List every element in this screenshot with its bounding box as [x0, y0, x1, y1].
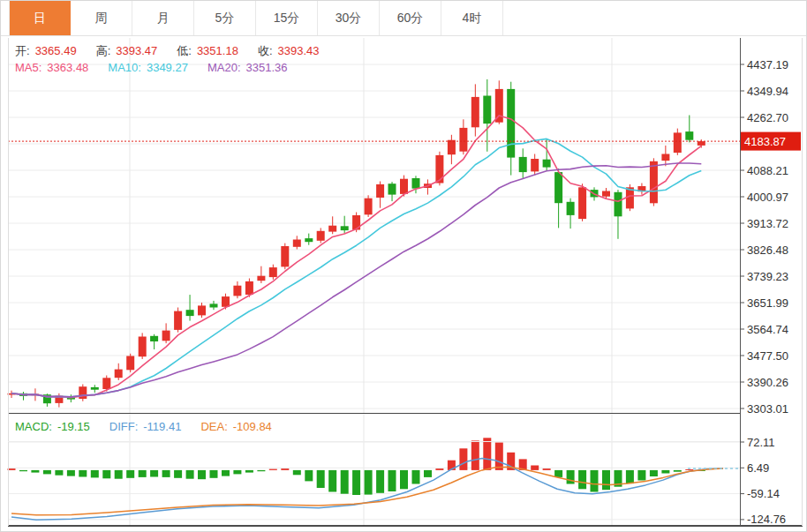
price-axis-label: 3564.74: [747, 323, 788, 336]
price-axis-label: 3651.99: [747, 296, 788, 310]
macd-axis-label: 72.11: [747, 436, 775, 449]
tab-5min[interactable]: 5分: [194, 1, 256, 35]
price-axis-label: 3477.50: [747, 349, 788, 363]
gridlines: [8, 38, 740, 526]
price-axis-label: 4000.97: [747, 191, 788, 204]
current-price-label: 4183.87: [744, 135, 786, 148]
tab-60min[interactable]: 60分: [380, 1, 441, 35]
tab-month[interactable]: 月: [132, 1, 194, 35]
candlesticks: [8, 79, 705, 408]
price-axis-label: 4262.70: [747, 111, 788, 124]
price-axis-label: 3739.23: [747, 270, 788, 283]
price-axis-label: 3826.48: [747, 244, 788, 257]
axes: 4437.194349.944262.704088.214000.973913.…: [8, 38, 803, 526]
tab-week[interactable]: 周: [71, 1, 132, 35]
tab-day[interactable]: 日: [9, 1, 71, 35]
price-axis-label: 3303.01: [747, 402, 788, 416]
macd-pane: [8, 438, 740, 520]
interval-tabs: 日周月5分15分30分60分4时: [1, 1, 806, 36]
price-axis-label: 3913.72: [747, 217, 788, 230]
macd-axis-label: -59.14: [747, 487, 780, 500]
price-axis-label: 3390.26: [747, 376, 788, 389]
tab-4hour[interactable]: 4时: [441, 1, 503, 35]
tab-15min[interactable]: 15分: [256, 1, 318, 35]
price-axis-label: 4349.94: [747, 85, 788, 98]
kline-chart-widget: 日周月5分15分30分60分4时 开:3365.49高:3393.47低:335…: [0, 0, 807, 532]
tab-30min[interactable]: 30分: [318, 1, 380, 35]
price-axis-label: 4088.21: [747, 164, 788, 177]
price-chart-canvas[interactable]: 4437.194349.944262.704088.214000.973913.…: [1, 1, 807, 532]
price-axis-label: 4437.19: [747, 58, 788, 71]
macd-axis-label: 6.49: [747, 461, 769, 475]
macd-axis-label: -124.76: [747, 513, 786, 526]
